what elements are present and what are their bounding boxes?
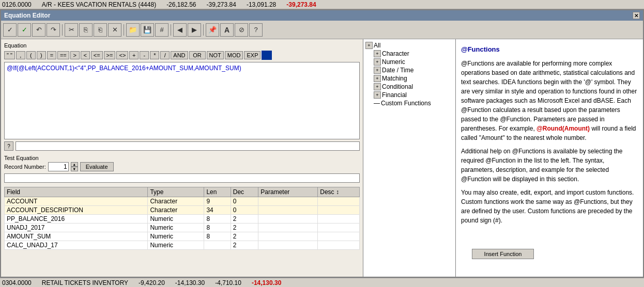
expander-numeric: + xyxy=(374,58,381,66)
toolbar-paste-btn[interactable]: ⎗ xyxy=(94,23,107,37)
table-row[interactable]: AMOUNT_SUMNumeric82 xyxy=(5,232,360,241)
function-tree: + All + Character + Numeric + Date / Tim… xyxy=(363,39,456,277)
op-gte[interactable]: >= xyxy=(104,51,116,59)
cell-desc xyxy=(318,241,360,250)
op-gt[interactable]: > xyxy=(70,51,80,59)
col-dec: Dec xyxy=(231,187,258,197)
evaluate-button[interactable]: Evaluate xyxy=(80,162,114,171)
toolbar-cut-btn[interactable]: ✂ xyxy=(65,23,78,37)
op-eqeq[interactable]: == xyxy=(57,51,69,59)
cell-dec: 2 xyxy=(231,241,258,250)
toolbar-copy-btn[interactable]: ⎘ xyxy=(79,23,93,37)
bottom-col4: -14,130.30 xyxy=(175,279,205,286)
op-eq[interactable]: = xyxy=(47,51,56,59)
toolbar-help-btn[interactable]: ? xyxy=(249,23,263,37)
tree-item-all[interactable]: + All xyxy=(363,41,455,50)
tree-label-datetime: Date / Time xyxy=(382,67,413,74)
toolbar-next-btn[interactable]: ▶ xyxy=(188,23,201,37)
tree-item-datetime[interactable]: + Date / Time xyxy=(363,66,455,74)
top-col6: -39,273.84 xyxy=(286,1,316,8)
op-slash[interactable]: / xyxy=(160,51,170,59)
toolbar-check2-btn[interactable]: ✓ xyxy=(18,23,31,37)
expander-conditional: + xyxy=(374,83,381,90)
op-or[interactable]: OR xyxy=(189,51,206,59)
toolbar-pin-btn[interactable]: 📌 xyxy=(206,23,219,37)
spin-up[interactable]: ▲ xyxy=(71,162,78,167)
help-title: @Functions xyxy=(461,44,638,55)
toolbar-prev-btn[interactable]: ◀ xyxy=(173,23,187,37)
close-button[interactable]: ✕ xyxy=(633,12,640,19)
op-and[interactable]: AND xyxy=(171,51,188,59)
tree-item-matching[interactable]: + Matching xyxy=(363,74,455,83)
cell-dec: 0 xyxy=(231,206,258,215)
toolbar-delete-btn[interactable]: ✕ xyxy=(108,23,121,37)
toolbar-hash-btn[interactable]: # xyxy=(155,23,168,37)
fields-table-container[interactable]: Field Type Len Dec Parameter Desc ↕ ACCO… xyxy=(4,187,360,254)
table-row[interactable]: CALC_UNADJ_17Numeric2 xyxy=(5,241,360,250)
bottom-col1: 0304.0000 xyxy=(2,279,32,286)
spin-down[interactable]: ▼ xyxy=(71,167,78,171)
op-lte[interactable]: <= xyxy=(91,51,103,59)
test-equation-section: Test Equation Record Number: ▲ ▼ Evaluat… xyxy=(4,153,360,187)
tree-item-financial[interactable]: + Financial xyxy=(363,91,455,99)
cell-field: UNADJ_2017 xyxy=(5,224,148,232)
toolbar-redo-btn[interactable]: ↷ xyxy=(47,23,60,37)
tree-item-numeric[interactable]: + Numeric xyxy=(363,58,455,66)
cell-param xyxy=(258,232,318,241)
op-minus[interactable]: - xyxy=(140,51,149,59)
toolbar-no-btn[interactable]: ⊘ xyxy=(235,23,248,37)
op-ne[interactable]: <> xyxy=(116,51,128,59)
op-close-paren[interactable]: ) xyxy=(37,51,46,59)
fields-table: Field Type Len Dec Parameter Desc ↕ ACCO… xyxy=(4,187,360,250)
bottom-status-bar: 0304.0000 RETAIL TICKETS INVENTORY -9,42… xyxy=(0,278,644,287)
expander-financial: + xyxy=(374,91,381,99)
bottom-col5: -4,710.10 xyxy=(215,279,241,286)
bottom-col6: -14,130.30 xyxy=(252,279,281,286)
op-mod[interactable]: MOD xyxy=(225,51,243,59)
op-not[interactable]: NOT xyxy=(207,51,224,59)
toolbar-check-btn[interactable]: ✓ xyxy=(3,23,17,37)
cell-type: Character xyxy=(148,197,204,206)
tree-label-custom: Custom Functions xyxy=(381,100,431,107)
tree-label-character: Character xyxy=(382,50,409,57)
expander-matching: + xyxy=(374,75,381,82)
cell-field: ACCOUNT_DESCRIPTION xyxy=(5,206,148,215)
op-quote-space[interactable]: " " xyxy=(4,51,15,59)
help-row: ? xyxy=(4,141,360,151)
equation-textarea[interactable]: @If(@Left(ACCOUNT,1)<"4",PP_BALANCE_2016… xyxy=(4,62,360,139)
tree-item-conditional[interactable]: + Conditional xyxy=(363,83,455,91)
record-number-label: Record Number: xyxy=(4,164,46,170)
toolbar-undo-btn[interactable]: ↶ xyxy=(32,23,45,37)
op-comma[interactable]: , xyxy=(16,51,25,59)
help-input[interactable] xyxy=(16,141,360,151)
record-number-input[interactable] xyxy=(48,162,69,171)
op-star[interactable]: * xyxy=(150,51,159,59)
tree-item-custom[interactable]: — Custom Functions xyxy=(363,99,455,107)
test-result-box xyxy=(4,173,360,183)
cell-len: 8 xyxy=(204,215,231,224)
insert-fn-area: Insert Function xyxy=(456,247,638,261)
op-exp[interactable]: EXP xyxy=(244,51,260,59)
toolbar-open-btn[interactable]: 📁 xyxy=(126,23,140,37)
tree-label-numeric: Numeric xyxy=(382,58,405,66)
table-row[interactable]: ACCOUNTCharacter90 xyxy=(5,197,360,206)
op-lt[interactable]: < xyxy=(81,51,90,59)
toolbar-font-btn[interactable]: A xyxy=(220,23,234,37)
table-row[interactable]: PP_BALANCE_2016Numeric82 xyxy=(5,215,360,224)
table-row[interactable]: UNADJ_2017Numeric82 xyxy=(5,224,360,232)
equation-label: Equation xyxy=(4,42,360,49)
table-row[interactable]: ACCOUNT_DESCRIPTIONCharacter340 xyxy=(5,206,360,215)
tree-item-character[interactable]: + Character xyxy=(363,50,455,58)
op-open-paren[interactable]: ( xyxy=(26,51,36,59)
op-plus[interactable]: + xyxy=(129,51,139,59)
cell-field: ACCOUNT xyxy=(5,197,148,206)
title-bar: Equation Editor ✕ xyxy=(1,10,643,21)
cell-param xyxy=(258,197,318,206)
equation-editor-window: Equation Editor ✕ ✓ ✓ ↶ ↷ ✂ ⎘ ⎗ ✕ 📁 💾 # … xyxy=(0,9,644,278)
operator-row: " " , ( ) = == > < <= >= <> + - * / AND … xyxy=(4,51,360,60)
toolbar-save-btn[interactable]: 💾 xyxy=(141,23,154,37)
cell-param xyxy=(258,241,318,250)
col-type: Type xyxy=(148,187,204,197)
help-button[interactable]: ? xyxy=(4,141,13,151)
insert-function-button[interactable]: Insert Function xyxy=(472,249,534,259)
